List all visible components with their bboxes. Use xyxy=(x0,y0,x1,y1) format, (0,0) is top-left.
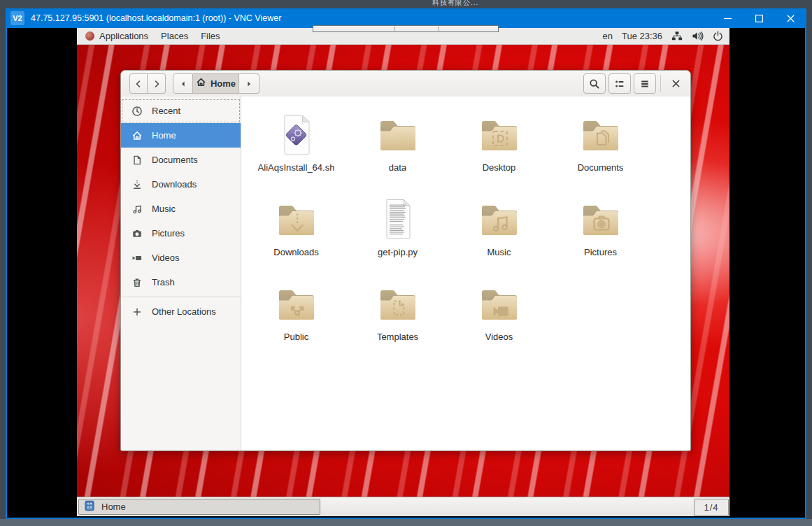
sidebar-item-label: Pictures xyxy=(152,228,185,239)
close-button[interactable] xyxy=(775,8,806,28)
home-breadcrumb-icon xyxy=(196,77,206,90)
toolbar-handle-separator xyxy=(394,27,395,31)
power-icon[interactable] xyxy=(713,31,723,41)
download-icon xyxy=(131,179,143,190)
sidebar-item-trash[interactable]: Trash xyxy=(121,270,241,294)
file-label: AliAqsInstall_64.sh xyxy=(258,162,335,173)
trash-icon xyxy=(131,277,143,288)
search-button[interactable] xyxy=(583,73,606,94)
toolbar-separator xyxy=(660,75,661,92)
file-label: Downloads xyxy=(273,247,318,257)
file-item-desktop[interactable]: Desktop xyxy=(448,106,550,191)
menu-button[interactable] xyxy=(634,73,656,94)
back-button[interactable] xyxy=(129,73,148,94)
file-item-templates[interactable]: Templates xyxy=(347,276,448,360)
file-label: Pictures xyxy=(584,247,617,257)
path-scroll-right-button[interactable] xyxy=(239,73,259,94)
remote-desktop: Applications Places Files en Tue 23:36 xyxy=(77,28,729,516)
sidebar-item-label: Downloads xyxy=(152,179,197,190)
clock-icon xyxy=(131,106,143,117)
file-label: Templates xyxy=(377,332,418,342)
file-item-music[interactable]: Music xyxy=(448,191,550,276)
background-window-title: 科技有限公... xyxy=(432,0,478,6)
clock[interactable]: Tue 23:36 xyxy=(622,31,662,41)
file-item-data[interactable]: data xyxy=(347,106,448,191)
applications-menu[interactable]: Applications xyxy=(77,28,155,44)
breadcrumb-home[interactable]: Home xyxy=(193,73,239,94)
sidebar: RecentHomeDocumentsDownloadsMusicPicture… xyxy=(121,97,241,450)
path-scroll-left-button[interactable] xyxy=(173,73,193,94)
applications-logo-icon xyxy=(85,31,94,41)
files-toolbar: Home xyxy=(121,71,690,97)
forward-button[interactable] xyxy=(148,73,166,94)
file-item-pictures[interactable]: Pictures xyxy=(550,191,651,276)
sidebar-item-label: Documents xyxy=(152,155,198,165)
network-icon[interactable] xyxy=(671,31,683,41)
script-file-icon xyxy=(274,112,319,157)
folder-public-icon xyxy=(274,281,319,326)
video-icon xyxy=(131,253,143,264)
file-label: Documents xyxy=(578,162,624,173)
files-menu[interactable]: Files xyxy=(194,28,226,44)
vnc-toolbar-handle[interactable] xyxy=(313,25,499,32)
home-icon xyxy=(131,130,143,141)
keyboard-layout-indicator[interactable]: en xyxy=(602,31,612,41)
workspace-indicator[interactable]: 1/4 xyxy=(694,499,729,516)
folder-downloads-icon xyxy=(274,197,319,241)
places-menu-label: Places xyxy=(161,31,188,41)
sidebar-item-label: Trash xyxy=(152,277,175,287)
file-grid: AliAqsInstall_64.shdataDesktopDocumentsD… xyxy=(241,97,690,360)
file-cabinet-icon xyxy=(84,500,95,513)
taskbar-window-button-home[interactable]: Home xyxy=(78,499,320,515)
toolbar-handle-separator xyxy=(438,27,439,31)
minimize-button[interactable] xyxy=(712,8,743,28)
sidebar-item-label: Other Locations xyxy=(152,306,216,317)
file-label: get-pip.py xyxy=(378,247,418,257)
folder-plain-icon xyxy=(376,112,420,157)
breadcrumb-label: Home xyxy=(211,78,236,89)
screen: 科技有限公... V2 47.75.127.95:5901 (localhost… xyxy=(0,0,812,526)
files-window: Home xyxy=(120,70,691,451)
music-icon xyxy=(131,204,143,215)
vnc-client-area: Applications Places Files en Tue 23:36 xyxy=(7,28,805,518)
file-label: Music xyxy=(487,247,511,257)
file-item-get-pip-py[interactable]: get-pip.py xyxy=(347,191,448,276)
applications-menu-label: Applications xyxy=(99,31,148,41)
sidebar-item-pictures[interactable]: Pictures xyxy=(121,221,241,246)
folder-videos-icon xyxy=(477,281,522,326)
sidebar-item-label: Recent xyxy=(152,106,180,116)
sidebar-item-downloads[interactable]: Downloads xyxy=(121,172,241,197)
background-window-strip xyxy=(0,519,812,526)
sidebar-item-music[interactable]: Music xyxy=(121,197,241,221)
file-list-area: AliAqsInstall_64.shdataDesktopDocumentsD… xyxy=(241,97,690,450)
sidebar-item-recent[interactable]: Recent xyxy=(121,99,241,123)
folder-templates-icon xyxy=(376,281,420,326)
file-item-downloads[interactable]: Downloads xyxy=(245,191,347,276)
folder-desktop-icon xyxy=(477,112,522,157)
maximize-button[interactable] xyxy=(743,8,775,28)
file-item-aliaqsinstall-64-sh[interactable]: AliAqsInstall_64.sh xyxy=(245,106,347,191)
window-list-taskbar: Home 1/4 xyxy=(77,497,729,516)
taskbar-window-label: Home xyxy=(101,502,126,512)
volume-icon[interactable] xyxy=(692,31,704,41)
camera-icon xyxy=(131,228,143,239)
file-item-videos[interactable]: Videos xyxy=(448,276,550,360)
sidebar-item-videos[interactable]: Videos xyxy=(121,246,241,270)
plus-icon xyxy=(131,306,143,318)
files-menu-label: Files xyxy=(201,31,220,41)
sidebar-item-label: Home xyxy=(152,130,176,141)
sidebar-item-label: Music xyxy=(152,204,176,214)
folder-pictures-icon xyxy=(578,197,623,241)
places-menu[interactable]: Places xyxy=(155,28,194,44)
file-label: Public xyxy=(284,332,308,342)
folder-music-icon xyxy=(477,197,522,241)
vnc-window-title: 47.75.127.95:5901 (localhost.localdomain… xyxy=(31,13,281,23)
sidebar-item-documents[interactable]: Documents xyxy=(121,148,241,172)
window-close-button[interactable] xyxy=(666,73,685,94)
file-item-documents[interactable]: Documents xyxy=(550,106,651,191)
sidebar-item-other-locations[interactable]: Other Locations xyxy=(121,299,241,324)
file-item-public[interactable]: Public xyxy=(245,276,347,360)
view-toggle-button[interactable] xyxy=(608,73,631,94)
text-file-icon xyxy=(376,197,420,241)
sidebar-item-home[interactable]: Home xyxy=(121,123,241,148)
